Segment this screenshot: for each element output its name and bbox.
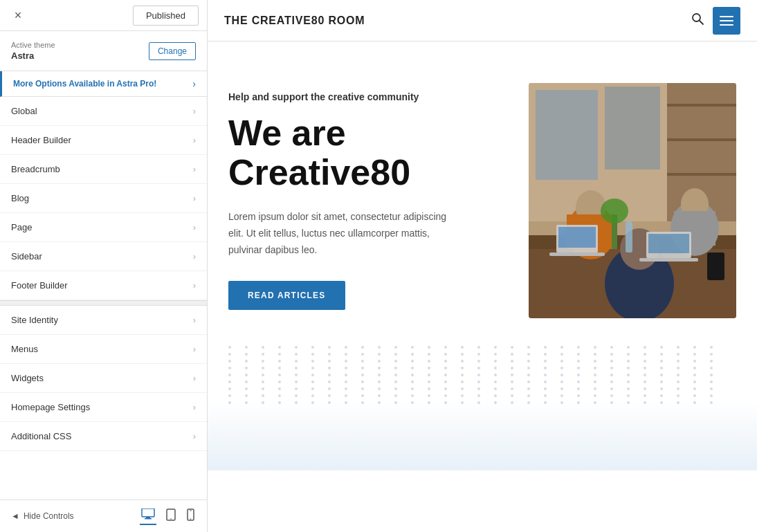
dot [710,374,713,376]
dot [278,360,281,363]
dot [378,360,381,363]
svg-rect-11 [720,20,733,21]
dot [411,353,414,356]
dot [295,367,298,369]
dot [610,387,613,390]
hide-controls-label: Hide Controls [24,511,74,521]
dot [594,346,596,349]
dot [428,360,430,363]
dot [262,380,264,383]
menu-button[interactable] [713,7,740,35]
dot [544,346,547,349]
dot [693,360,696,363]
dot [411,374,414,376]
active-theme-label: Active theme [11,41,55,49]
desktop-icon[interactable] [140,507,156,525]
mobile-icon[interactable] [185,507,196,525]
dot [378,346,381,349]
chevron-right-icon: › [193,373,196,383]
dot [345,387,347,390]
chevron-right-icon: › [193,402,196,412]
dot [627,346,630,349]
dot [328,367,331,369]
dot [278,387,281,390]
dot [461,380,464,383]
dot [444,374,447,376]
menu-item-global[interactable]: Global › [0,97,207,126]
dots-section [208,332,757,470]
astra-pro-banner[interactable]: More Options Available in Astra Pro! › [0,71,207,97]
site-title: THE CREATIVE80 ROOM [224,15,365,27]
active-theme-name: Astra [11,51,55,61]
published-button[interactable]: Published [133,6,199,26]
menu-item-additional-css[interactable]: Additional CSS › [0,422,207,451]
dot [544,360,547,363]
dot [278,380,281,383]
dot [577,360,580,363]
dot [511,394,513,397]
dot [660,353,663,356]
tablet-icon[interactable] [165,507,177,525]
dot [511,380,513,383]
svg-rect-2 [145,518,152,520]
dot [262,346,264,349]
dot [394,346,397,349]
dot [345,360,347,363]
menu-item-sidebar[interactable]: Sidebar › [0,242,207,271]
dot [461,346,464,349]
dot [245,346,248,349]
dot [644,374,646,376]
dot [311,394,314,397]
hero-subtitle: Help and support the creative community [228,91,501,102]
bottom-bar: ◄ Hide Controls [0,499,207,532]
menu-item-page[interactable]: Page › [0,213,207,242]
change-theme-button[interactable]: Change [149,42,196,60]
dot [262,367,264,369]
close-button[interactable]: × [8,6,28,25]
dot [677,394,680,397]
read-articles-button[interactable]: READ ARTICLES [228,281,345,310]
svg-rect-1 [146,517,150,518]
dot [610,367,613,369]
menu-item-label: Breadcrumb [11,164,60,174]
dot [577,367,580,369]
dot [577,374,580,376]
dot [328,380,331,383]
menu-item-footer-builder[interactable]: Footer Builder › [0,271,207,300]
dot [544,367,547,369]
hide-controls-button[interactable]: ◄ Hide Controls [11,511,74,521]
dot [262,394,264,397]
menu-item-label: Header Builder [11,135,71,145]
menu-item-site-identity[interactable]: Site Identity › [0,306,207,335]
dot [278,374,281,376]
dot [494,346,497,349]
dot [345,401,347,404]
dot [660,374,663,376]
menu-item-homepage-settings[interactable]: Homepage Settings › [0,393,207,422]
dot [345,367,347,369]
dot [295,380,298,383]
dot [394,353,397,356]
menu-item-blog[interactable]: Blog › [0,184,207,213]
dot [627,394,630,397]
dot [311,374,314,376]
menu-item-widgets[interactable]: Widgets › [0,364,207,393]
dot [627,401,630,404]
dot [228,374,231,376]
dot [262,374,264,376]
dot [345,374,347,376]
menu-item-breadcrumb[interactable]: Breadcrumb › [0,155,207,184]
dot [411,360,414,363]
dot [677,367,680,369]
search-button[interactable] [691,12,704,29]
dot [394,380,397,383]
menu-item-label: Global [11,106,37,116]
menu-item-header-builder[interactable]: Header Builder › [0,126,207,155]
dot [627,367,630,369]
dot [677,346,680,349]
dot [527,360,530,363]
dot [560,401,563,404]
dot [328,374,331,376]
menu-item-menus[interactable]: Menus › [0,335,207,364]
menu-item-label: Site Identity [11,315,58,325]
